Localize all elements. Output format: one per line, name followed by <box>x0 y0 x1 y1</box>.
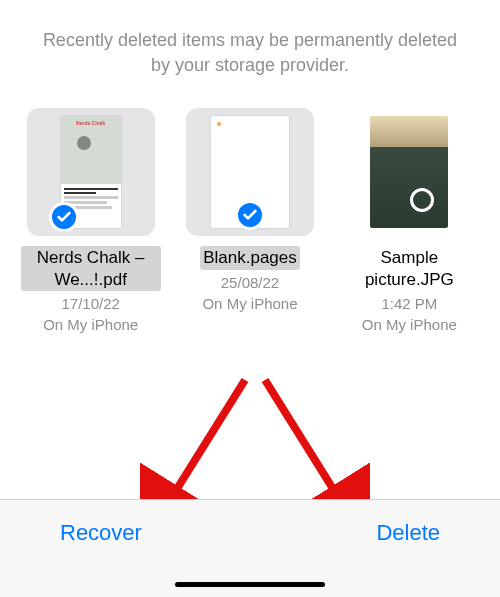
svg-line-0 <box>170 380 245 500</box>
file-thumbnail <box>345 108 473 236</box>
bottom-toolbar: Recover Delete <box>0 499 500 597</box>
selected-check-icon <box>235 200 265 230</box>
file-item[interactable]: Sample picture.JPG 1:42 PM On My iPhone <box>339 108 479 333</box>
file-name: Nerds Chalk – We...!.pdf <box>21 246 161 291</box>
file-thumbnail: Nerds Chalk <box>27 108 155 236</box>
file-item[interactable]: Blank.pages 25/08/22 On My iPhone <box>180 108 320 333</box>
recover-button[interactable]: Recover <box>60 520 142 546</box>
selected-check-icon <box>49 202 79 232</box>
file-location: On My iPhone <box>43 316 138 333</box>
file-date: 25/08/22 <box>221 274 279 291</box>
home-indicator[interactable] <box>175 582 325 587</box>
items-row: Nerds Chalk Nerds Chalk – We...!.pdf 17/… <box>0 98 500 333</box>
svg-line-1 <box>265 380 340 500</box>
file-date: 1:42 PM <box>381 295 437 312</box>
file-name: Sample picture.JPG <box>339 246 479 291</box>
file-name: Blank.pages <box>200 246 300 269</box>
delete-button[interactable]: Delete <box>376 520 440 546</box>
file-location: On My iPhone <box>202 295 297 312</box>
file-item[interactable]: Nerds Chalk Nerds Chalk – We...!.pdf 17/… <box>21 108 161 333</box>
file-date: 17/10/22 <box>61 295 119 312</box>
header-message: Recently deleted items may be permanentl… <box>0 0 500 98</box>
photo-preview <box>370 116 448 228</box>
file-thumbnail <box>186 108 314 236</box>
file-location: On My iPhone <box>362 316 457 333</box>
